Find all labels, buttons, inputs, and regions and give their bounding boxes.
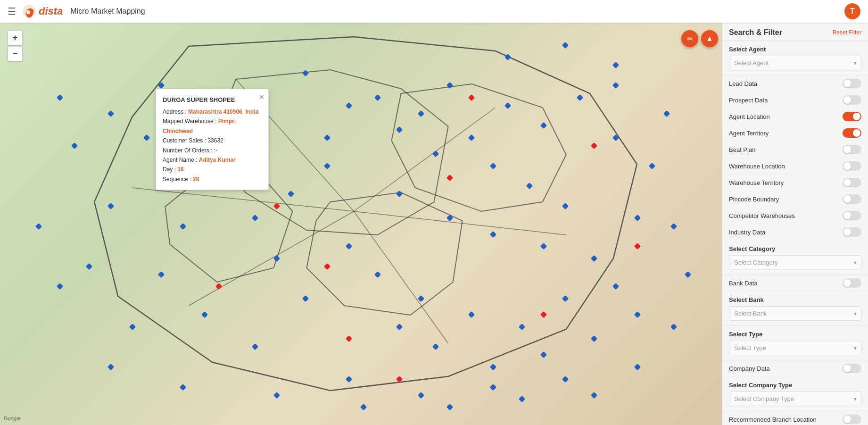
map-dot-3 bbox=[446, 82, 453, 89]
territory-overlay bbox=[0, 23, 722, 425]
toggle-switch-0[interactable] bbox=[843, 79, 861, 88]
map-dot-0 bbox=[374, 94, 381, 100]
bank-data-toggle[interactable] bbox=[843, 278, 861, 288]
map-dot-82 bbox=[215, 283, 222, 290]
recommended-branch-toggle-row: Recommended Branch Location bbox=[722, 411, 868, 425]
google-logo: Google bbox=[4, 416, 20, 421]
map-dot-52 bbox=[670, 324, 677, 330]
toggle-switch-7[interactable] bbox=[843, 194, 861, 204]
map-dot-1 bbox=[418, 110, 424, 117]
map-dot-21 bbox=[649, 162, 655, 169]
toggle-label-4: Beat Plan bbox=[729, 146, 755, 153]
map-dot-36 bbox=[396, 324, 403, 330]
map-dot-35 bbox=[432, 343, 439, 350]
toggle-switch-2[interactable] bbox=[843, 112, 861, 121]
map-dot-2 bbox=[396, 126, 403, 133]
toggle-switch-9[interactable] bbox=[843, 227, 861, 237]
menu-icon[interactable]: ☰ bbox=[8, 6, 16, 17]
select-agent-input[interactable]: Select Agent bbox=[729, 56, 861, 70]
map-dot-5 bbox=[468, 134, 475, 141]
select-agent-wrapper[interactable]: Select Agent bbox=[729, 56, 861, 70]
toggle-switch-1[interactable] bbox=[843, 95, 861, 105]
map-dot-65 bbox=[360, 404, 366, 410]
right-panel: Search & Filter Reset Filter Select Agen… bbox=[722, 23, 868, 425]
map-dots-layer bbox=[0, 23, 722, 425]
select-type-wrapper[interactable]: Select Type bbox=[729, 341, 861, 355]
map-dot-58 bbox=[71, 142, 78, 149]
map-dot-29 bbox=[562, 295, 569, 302]
select-bank-wrapper[interactable]: Select Bank bbox=[729, 306, 861, 321]
map-background: ✕ DURGA SUPER SHOPEE Address : Maharasht… bbox=[0, 23, 722, 425]
svg-line-12 bbox=[132, 188, 354, 211]
toggle-label-8: Competitor Warehouses bbox=[729, 212, 795, 219]
map-dot-13 bbox=[612, 134, 619, 141]
map-dot-31 bbox=[634, 311, 641, 318]
select-agent-label: Select Agent bbox=[729, 46, 861, 53]
reset-filter-button[interactable]: Reset Filter bbox=[833, 29, 861, 36]
zoom-out-button[interactable]: − bbox=[8, 46, 23, 61]
toggle-switch-4[interactable] bbox=[843, 145, 861, 154]
select-bank-input[interactable]: Select Bank bbox=[729, 306, 861, 321]
map-dot-40 bbox=[288, 191, 294, 197]
recommended-branch-label: Recommended Branch Location bbox=[729, 416, 817, 423]
sales-field: Customer Sales : 33632 bbox=[163, 136, 262, 145]
map-dot-12 bbox=[577, 94, 583, 100]
map-dot-28 bbox=[519, 324, 525, 330]
map-dot-23 bbox=[612, 82, 619, 89]
map-dot-45 bbox=[201, 311, 208, 318]
select-company-type-input[interactable]: Select Company Type bbox=[729, 392, 861, 406]
map-dot-72 bbox=[158, 82, 165, 89]
map-dot-43 bbox=[180, 223, 186, 229]
svg-point-1 bbox=[26, 10, 30, 14]
toggle-label-1: Prospect Data bbox=[729, 97, 768, 104]
zoom-in-button[interactable]: + bbox=[8, 30, 23, 45]
user-avatar[interactable]: T bbox=[844, 3, 860, 19]
toggle-row-9: Industry Data bbox=[722, 224, 868, 241]
company-data-toggle[interactable] bbox=[843, 364, 861, 373]
edit-fab-button[interactable]: ✏ bbox=[681, 30, 698, 47]
recommended-branch-toggle[interactable] bbox=[843, 415, 861, 424]
toggle-switch-8[interactable] bbox=[843, 211, 861, 220]
map-dot-84 bbox=[591, 142, 597, 149]
toggle-switch-5[interactable] bbox=[843, 161, 861, 171]
select-category-input[interactable]: Select Category bbox=[729, 255, 861, 270]
address-field: Address : Maharashtra 410506, India bbox=[163, 107, 262, 117]
toggle-switch-3[interactable] bbox=[843, 128, 861, 138]
map-fab-buttons: ✏ ▲ bbox=[681, 30, 718, 47]
map-dot-39 bbox=[252, 215, 258, 221]
svg-line-10 bbox=[354, 211, 448, 343]
map-dot-4 bbox=[346, 102, 352, 109]
collapse-fab-button[interactable]: ▲ bbox=[701, 30, 718, 47]
toggle-label-7: Pincode Boundary bbox=[729, 196, 779, 203]
select-category-wrapper[interactable]: Select Category bbox=[729, 255, 861, 270]
map-dot-55 bbox=[107, 203, 114, 209]
map-dot-27 bbox=[468, 311, 475, 318]
map-dot-67 bbox=[519, 396, 525, 402]
select-type-input[interactable]: Select Type bbox=[729, 341, 861, 355]
select-type-section: Select Type Select Type bbox=[722, 326, 868, 360]
company-data-label: Company Data bbox=[729, 365, 770, 372]
close-icon[interactable]: ✕ bbox=[259, 92, 265, 103]
map-dot-64 bbox=[273, 392, 280, 399]
map-dot-18 bbox=[540, 243, 547, 250]
map-controls: + − bbox=[8, 30, 23, 61]
select-type-label: Select Type bbox=[729, 331, 861, 338]
map-dot-25 bbox=[374, 271, 381, 278]
select-company-type-wrapper[interactable]: Select Company Type bbox=[729, 392, 861, 406]
map-dot-57 bbox=[129, 324, 136, 330]
map-dot-68 bbox=[591, 392, 597, 399]
map-dot-73 bbox=[107, 110, 114, 117]
map-dot-37 bbox=[302, 295, 309, 302]
map-dot-16 bbox=[446, 215, 453, 221]
map-dot-78 bbox=[634, 243, 641, 250]
day-field: Day : 16 bbox=[163, 165, 262, 174]
info-popup: ✕ DURGA SUPER SHOPEE Address : Maharasht… bbox=[156, 89, 269, 190]
map-dot-75 bbox=[504, 54, 511, 60]
map-dot-76 bbox=[562, 42, 569, 49]
map-dot-10 bbox=[490, 162, 496, 169]
agent-field: Agent Name : Aditya Kumar bbox=[163, 155, 262, 165]
map-dot-11 bbox=[526, 183, 533, 189]
map-dot-51 bbox=[634, 364, 641, 370]
toggle-switch-6[interactable] bbox=[843, 178, 861, 187]
map-area[interactable]: ✕ DURGA SUPER SHOPEE Address : Maharasht… bbox=[0, 23, 722, 425]
